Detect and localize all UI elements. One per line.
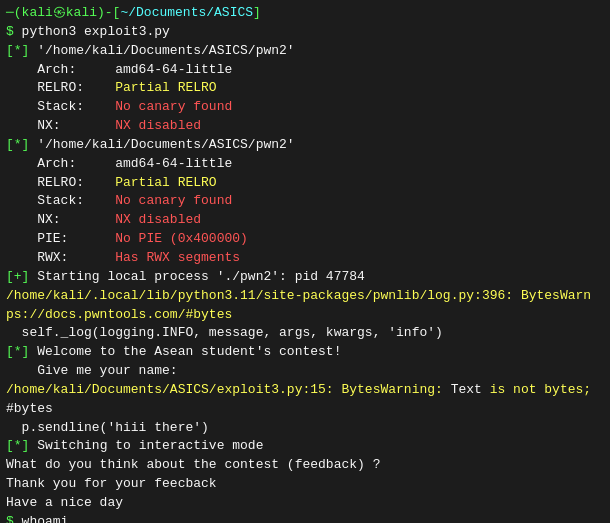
switch-mode-text: Switching to interactive mode	[37, 438, 263, 453]
bw-text-3: /home/kali/Documents/ASICS/exploit3.py:1…	[6, 382, 451, 397]
pie-line: PIE: No PIE (0x400000)	[6, 230, 604, 249]
terminal-window: ─(kali㉿kali)-[~/Documents/ASICS] $ pytho…	[0, 0, 610, 523]
command-text: python3 exploit3.py	[22, 24, 170, 39]
welcome-text: Welcome to the Asean student's contest!	[37, 344, 341, 359]
nx-value-2: NX disabled	[115, 212, 201, 227]
arch-label-1: Arch: amd64-64-little	[6, 62, 232, 77]
rwx-value: Has RWX segments	[115, 250, 240, 265]
relro-label-2: RELRO:	[6, 175, 115, 190]
relro-value-1: Partial RELRO	[115, 80, 216, 95]
sendline-line: p.sendline('hiii there')	[6, 419, 604, 438]
switch-mode-line: [*] Switching to interactive mode	[6, 437, 604, 456]
star-bracket-3: [*]	[6, 344, 37, 359]
self-log-text: self._log(logging.INFO, message, args, k…	[6, 325, 443, 340]
thankyou-line: Thank you for your feecback	[6, 475, 604, 494]
rwx-line: RWX: Has RWX segments	[6, 249, 604, 268]
file-path-1: '/home/kali/Documents/ASICS/pwn2'	[37, 43, 294, 58]
whoami-line: $ whoami	[6, 513, 604, 523]
nice-day-line: Have a nice day	[6, 494, 604, 513]
start-process-text: Starting local process './pwn2': pid 477…	[37, 269, 365, 284]
bytes-hash-line: #bytes	[6, 400, 604, 419]
self-log-line: self._log(logging.INFO, message, args, k…	[6, 324, 604, 343]
nice-day-text: Have a nice day	[6, 495, 123, 510]
nx-value-1: NX disabled	[115, 118, 201, 133]
thankyou-text: Thank you for your feecback	[6, 476, 217, 491]
prompt-dollar: $	[6, 24, 22, 39]
relro-value-2: Partial RELRO	[115, 175, 216, 190]
stack-line-1: Stack: No canary found	[6, 98, 604, 117]
byteswarning-line-1: /home/kali/.local/lib/python3.11/site-pa…	[6, 287, 604, 306]
prompt-prefix: ─(kali㉿kali)-[	[6, 5, 120, 20]
stack-label-2: Stack:	[6, 193, 115, 208]
pie-value: No PIE (0x400000)	[115, 231, 248, 246]
stack-label-1: Stack:	[6, 99, 115, 114]
bw-text-2: ps://docs.pwntools.com/#bytes	[6, 307, 232, 322]
nx-label-1: NX:	[6, 118, 115, 133]
byteswarning-line-2: ps://docs.pwntools.com/#bytes	[6, 306, 604, 325]
text-label: Text	[451, 382, 482, 397]
prompt-path: ~/Documents/ASICS	[120, 5, 253, 20]
stack-line-2: Stack: No canary found	[6, 192, 604, 211]
stack-value-1: No canary found	[115, 99, 232, 114]
arch-line-2: Arch: amd64-64-little	[6, 155, 604, 174]
nx-line-1: NX: NX disabled	[6, 117, 604, 136]
file-path-2: '/home/kali/Documents/ASICS/pwn2'	[37, 137, 294, 152]
welcome-line: [*] Welcome to the Asean student's conte…	[6, 343, 604, 362]
prompt-header-line: ─(kali㉿kali)-[~/Documents/ASICS]	[6, 4, 604, 23]
arch-label-2: Arch: amd64-64-little	[6, 156, 232, 171]
whoami-cmd-text: whoami	[22, 514, 69, 523]
checksec-file-2: [*] '/home/kali/Documents/ASICS/pwn2'	[6, 136, 604, 155]
star-bracket-4: [*]	[6, 438, 37, 453]
plus-bracket: [+]	[6, 269, 37, 284]
shell-dollar-1: $	[6, 514, 22, 523]
feedback-line: What do you think about the contest (fee…	[6, 456, 604, 475]
bytes-hash-text: #bytes	[6, 401, 53, 416]
byteswarning-line-3: /home/kali/Documents/ASICS/exploit3.py:1…	[6, 381, 604, 400]
relro-line-1: RELRO: Partial RELRO	[6, 79, 604, 98]
rwx-label: RWX:	[6, 250, 115, 265]
relro-line-2: RELRO: Partial RELRO	[6, 174, 604, 193]
relro-label-1: RELRO:	[6, 80, 115, 95]
nx-label-2: NX:	[6, 212, 115, 227]
bw-text-3b: is not bytes;	[482, 382, 591, 397]
stack-value-2: No canary found	[115, 193, 232, 208]
star-bracket-1: [*]	[6, 43, 37, 58]
sendline-text: p.sendline('hiii there')	[6, 420, 209, 435]
pie-label: PIE:	[6, 231, 115, 246]
command-line: $ python3 exploit3.py	[6, 23, 604, 42]
nx-line-2: NX: NX disabled	[6, 211, 604, 230]
checksec-file-1: [*] '/home/kali/Documents/ASICS/pwn2'	[6, 42, 604, 61]
arch-line-1: Arch: amd64-64-little	[6, 61, 604, 80]
prompt-suffix: ]	[253, 5, 261, 20]
give-name-line: Give me your name:	[6, 362, 604, 381]
give-name-text: Give me your name:	[6, 363, 178, 378]
start-process-line: [+] Starting local process './pwn2': pid…	[6, 268, 604, 287]
bw-text-1: /home/kali/.local/lib/python3.11/site-pa…	[6, 288, 591, 303]
feedback-text: What do you think about the contest (fee…	[6, 457, 380, 472]
star-bracket-2: [*]	[6, 137, 37, 152]
